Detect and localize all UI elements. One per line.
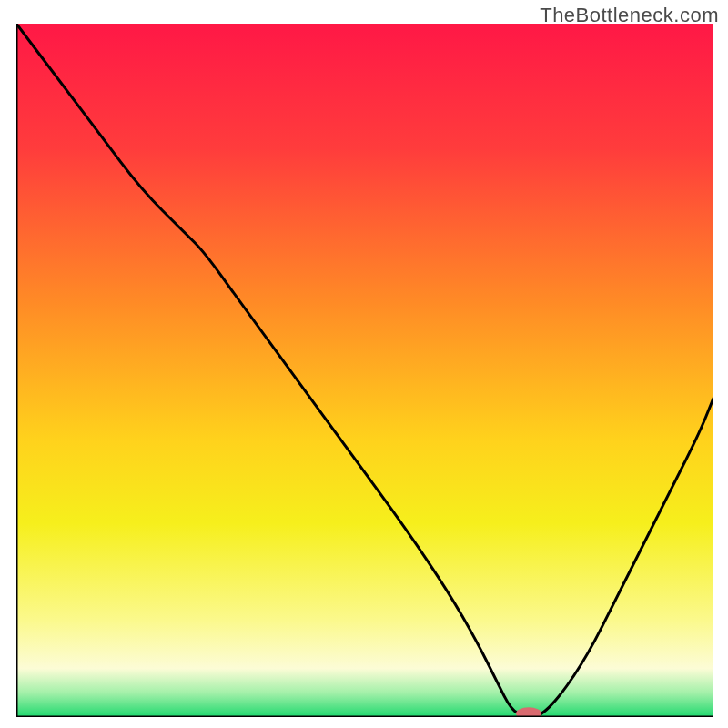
watermark-text: TheBottleneck.com — [540, 4, 719, 27]
bottleneck-chart — [16, 24, 713, 717]
chart-svg — [16, 24, 713, 717]
